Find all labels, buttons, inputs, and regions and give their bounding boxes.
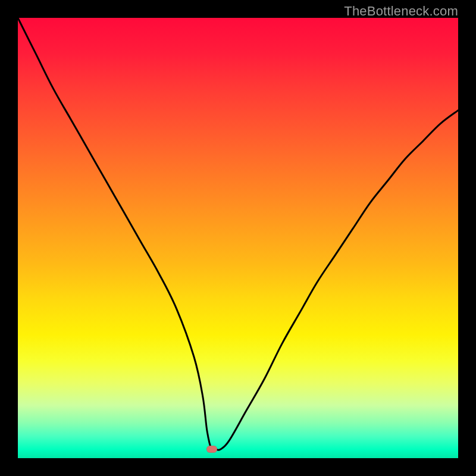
watermark-label: TheBottleneck.com — [344, 4, 458, 19]
bottleneck-curve — [18, 18, 458, 458]
plot-area — [18, 18, 458, 458]
chart-frame: TheBottleneck.com — [0, 0, 476, 476]
optimal-point-marker — [206, 446, 217, 453]
